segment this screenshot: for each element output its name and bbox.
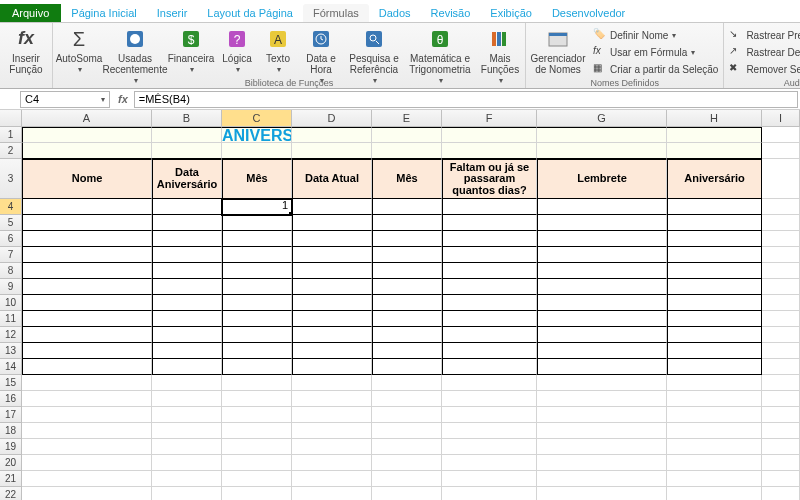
cell-B18[interactable]	[152, 423, 222, 439]
row-header[interactable]: 14	[0, 359, 22, 375]
col-header-C[interactable]: C	[222, 110, 292, 126]
cell-H3[interactable]: Aniversário	[667, 159, 762, 199]
cell-D4[interactable]	[292, 199, 372, 215]
cell-E12[interactable]	[372, 327, 442, 343]
row-header[interactable]: 18	[0, 423, 22, 439]
text-button[interactable]: A Texto▾	[259, 25, 297, 75]
cell-H18[interactable]	[667, 423, 762, 439]
cell-E15[interactable]	[372, 375, 442, 391]
cell-I5[interactable]	[762, 215, 800, 231]
row-header[interactable]: 17	[0, 407, 22, 423]
cell-H10[interactable]	[667, 295, 762, 311]
cell-A12[interactable]	[22, 327, 152, 343]
cell-G22[interactable]	[537, 487, 667, 500]
cell-E4[interactable]	[372, 199, 442, 215]
cell-A20[interactable]	[22, 455, 152, 471]
col-header-D[interactable]: D	[292, 110, 372, 126]
cell-F10[interactable]	[442, 295, 537, 311]
cell-D2[interactable]	[292, 143, 372, 159]
cell-I4[interactable]	[762, 199, 800, 215]
cell-C11[interactable]	[222, 311, 292, 327]
cell-E20[interactable]	[372, 455, 442, 471]
cell-G6[interactable]	[537, 231, 667, 247]
cell-G18[interactable]	[537, 423, 667, 439]
fill-handle[interactable]	[289, 212, 292, 215]
autosum-button[interactable]: Σ AutoSoma▾	[55, 25, 103, 75]
cell-I3[interactable]	[762, 159, 800, 199]
cell-G5[interactable]	[537, 215, 667, 231]
cell-F18[interactable]	[442, 423, 537, 439]
cell-E17[interactable]	[372, 407, 442, 423]
cell-G14[interactable]	[537, 359, 667, 375]
cell-I21[interactable]	[762, 471, 800, 487]
cell-A14[interactable]	[22, 359, 152, 375]
cell-A16[interactable]	[22, 391, 152, 407]
cell-C2[interactable]	[222, 143, 292, 159]
cell-H22[interactable]	[667, 487, 762, 500]
col-header-F[interactable]: F	[442, 110, 537, 126]
cell-E9[interactable]	[372, 279, 442, 295]
cell-A7[interactable]	[22, 247, 152, 263]
cell-G20[interactable]	[537, 455, 667, 471]
cell-D12[interactable]	[292, 327, 372, 343]
cell-I7[interactable]	[762, 247, 800, 263]
use-in-formula-button[interactable]: fxUsar em Fórmula▾	[590, 44, 721, 60]
cell-F13[interactable]	[442, 343, 537, 359]
cell-D18[interactable]	[292, 423, 372, 439]
cell-A10[interactable]	[22, 295, 152, 311]
cell-A1[interactable]	[22, 127, 152, 143]
cell-H11[interactable]	[667, 311, 762, 327]
cell-B13[interactable]	[152, 343, 222, 359]
cell-C5[interactable]	[222, 215, 292, 231]
col-header-H[interactable]: H	[667, 110, 762, 126]
tab-review[interactable]: Revisão	[421, 4, 481, 22]
cell-D1[interactable]	[292, 127, 372, 143]
cell-A18[interactable]	[22, 423, 152, 439]
cell-B14[interactable]	[152, 359, 222, 375]
cell-F22[interactable]	[442, 487, 537, 500]
cell-G11[interactable]	[537, 311, 667, 327]
cell-F20[interactable]	[442, 455, 537, 471]
row-header[interactable]: 16	[0, 391, 22, 407]
cell-A9[interactable]	[22, 279, 152, 295]
cell-grid[interactable]: ANIVERSARIANTES DO MÊSNomeData Aniversár…	[22, 127, 800, 500]
cell-E7[interactable]	[372, 247, 442, 263]
cell-F6[interactable]	[442, 231, 537, 247]
tab-file[interactable]: Arquivo	[0, 4, 61, 22]
cell-I14[interactable]	[762, 359, 800, 375]
cell-H5[interactable]	[667, 215, 762, 231]
cell-E2[interactable]	[372, 143, 442, 159]
financial-button[interactable]: $ Financeira▾	[167, 25, 215, 75]
cell-I17[interactable]	[762, 407, 800, 423]
cell-G16[interactable]	[537, 391, 667, 407]
cell-F4[interactable]	[442, 199, 537, 215]
cell-D19[interactable]	[292, 439, 372, 455]
cell-C21[interactable]	[222, 471, 292, 487]
row-header[interactable]: 3	[0, 159, 22, 199]
cell-I20[interactable]	[762, 455, 800, 471]
cell-E14[interactable]	[372, 359, 442, 375]
cell-F9[interactable]	[442, 279, 537, 295]
col-header-B[interactable]: B	[152, 110, 222, 126]
cell-A2[interactable]	[22, 143, 152, 159]
worksheet[interactable]: A B C D E F G H I 1234567891011121314151…	[0, 110, 800, 500]
cell-H12[interactable]	[667, 327, 762, 343]
cell-E3[interactable]: Mês	[372, 159, 442, 199]
cell-I19[interactable]	[762, 439, 800, 455]
cell-B5[interactable]	[152, 215, 222, 231]
cell-F1[interactable]	[442, 127, 537, 143]
tab-formulas[interactable]: Fórmulas	[303, 4, 369, 22]
cell-B11[interactable]	[152, 311, 222, 327]
cell-G3[interactable]: Lembrete	[537, 159, 667, 199]
cell-C6[interactable]	[222, 231, 292, 247]
cell-I6[interactable]	[762, 231, 800, 247]
cell-F16[interactable]	[442, 391, 537, 407]
row-header[interactable]: 15	[0, 375, 22, 391]
cell-B17[interactable]	[152, 407, 222, 423]
cell-B20[interactable]	[152, 455, 222, 471]
cell-C19[interactable]	[222, 439, 292, 455]
col-header-A[interactable]: A	[22, 110, 152, 126]
cell-B2[interactable]	[152, 143, 222, 159]
row-header[interactable]: 21	[0, 471, 22, 487]
cell-H17[interactable]	[667, 407, 762, 423]
